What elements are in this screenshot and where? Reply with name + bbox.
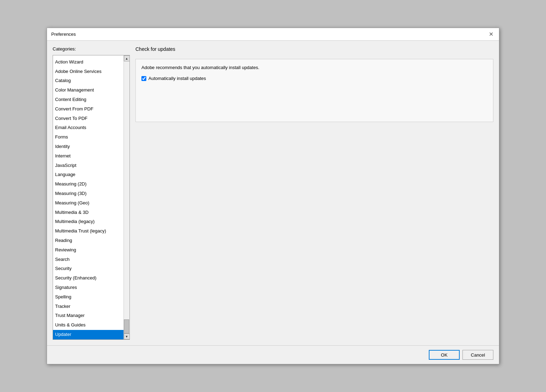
list-item[interactable]: Content Editing [53, 95, 124, 104]
left-panel: Categories: AccessibilityAction WizardAd… [53, 46, 130, 340]
title-bar: Preferences ✕ [47, 28, 499, 41]
preferences-dialog: Preferences ✕ Categories: AccessibilityA… [47, 28, 499, 364]
list-item[interactable]: Convert To PDF [53, 114, 124, 123]
list-item[interactable]: Units & Guides [53, 320, 124, 330]
list-item[interactable]: Convert From PDF [53, 104, 124, 114]
list-item[interactable]: Reading [53, 236, 124, 245]
list-item[interactable]: Spelling [53, 292, 124, 302]
content-description: Adobe recommends that you automatically … [141, 65, 487, 70]
list-item[interactable]: Updater [53, 330, 124, 339]
list-item[interactable]: Multimedia (legacy) [53, 217, 124, 227]
scroll-down-button[interactable]: ▼ [124, 333, 130, 339]
close-button[interactable]: ✕ [487, 31, 495, 38]
list-item[interactable]: Internet [53, 151, 124, 161]
list-item[interactable]: Reviewing [53, 245, 124, 255]
cancel-button[interactable]: Cancel [462, 350, 493, 360]
list-item[interactable]: Adobe Online Services [53, 67, 124, 76]
content-box: Adobe recommends that you automatically … [135, 59, 493, 122]
list-item[interactable]: Security (Enhanced) [53, 273, 124, 283]
scrollbar-track: ▲ ▼ [124, 55, 129, 339]
dialog-title: Preferences [51, 32, 76, 37]
auto-install-row: Automatically install updates [141, 76, 487, 81]
list-item[interactable]: Tracker [53, 302, 124, 311]
scrollbar-thumb[interactable] [124, 319, 129, 333]
scroll-up-button[interactable]: ▲ [124, 55, 130, 61]
list-item[interactable]: Signatures [53, 283, 124, 292]
list-item[interactable]: Language [53, 170, 124, 180]
list-item[interactable]: Color Management [53, 86, 124, 95]
list-item[interactable]: Measuring (3D) [53, 189, 124, 198]
list-item[interactable]: Measuring (Geo) [53, 198, 124, 208]
list-item[interactable]: Catalog [53, 76, 124, 86]
list-item[interactable]: Multimedia Trust (legacy) [53, 227, 124, 236]
list-item[interactable]: Forms [53, 133, 124, 142]
scrollbar-thumb-area [124, 61, 129, 333]
right-panel: Check for updates Adobe recommends that … [135, 46, 493, 340]
categories-listbox[interactable]: AccessibilityAction WizardAdobe Online S… [53, 55, 124, 339]
auto-install-checkbox[interactable] [141, 76, 146, 81]
list-item[interactable]: Measuring (2D) [53, 180, 124, 189]
list-item[interactable]: Trust Manager [53, 311, 124, 320]
list-item[interactable]: Multimedia & 3D [53, 208, 124, 217]
categories-list-container: AccessibilityAction WizardAdobe Online S… [53, 55, 130, 340]
list-item[interactable]: JavaScript [53, 161, 124, 170]
list-item[interactable]: Security [53, 264, 124, 273]
list-item[interactable]: Identity [53, 142, 124, 151]
section-title: Check for updates [135, 46, 493, 55]
dialog-body: Categories: AccessibilityAction WizardAd… [47, 41, 499, 345]
categories-label: Categories: [53, 46, 130, 52]
ok-button[interactable]: OK [429, 350, 460, 360]
dialog-footer: OK Cancel [47, 345, 499, 364]
list-item[interactable]: Email Accounts [53, 123, 124, 133]
list-item[interactable]: Search [53, 255, 124, 264]
list-item[interactable]: Action Wizard [53, 58, 124, 67]
auto-install-label: Automatically install updates [148, 76, 206, 81]
